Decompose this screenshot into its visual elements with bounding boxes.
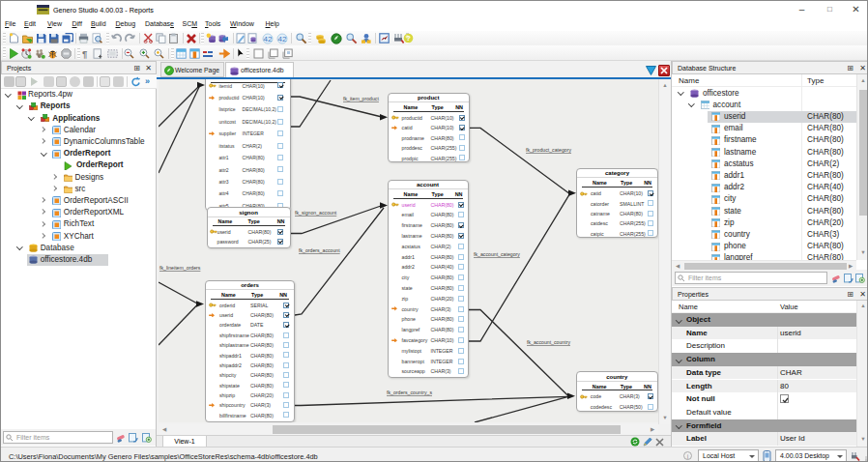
svg-text:fk_item_product: fk_item_product (343, 96, 379, 101)
svg-text:fk_account_category: fk_account_category (474, 251, 520, 257)
svg-text:fk_lineitem_orders: fk_lineitem_orders (159, 265, 201, 271)
svg-text:fk_orders_country_s: fk_orders_country_s (387, 390, 432, 395)
svg-text:fk_orders_account: fk_orders_account (299, 247, 340, 253)
svg-text:?: ? (406, 34, 411, 43)
svg-text:fk_account_country: fk_account_country (527, 339, 570, 345)
svg-text:42: 42 (277, 35, 286, 43)
svg-text:42: 42 (264, 35, 273, 43)
svg-text:fk_product_category: fk_product_category (526, 147, 571, 153)
svg-text:fk_signon_account: fk_signon_account (295, 210, 337, 216)
